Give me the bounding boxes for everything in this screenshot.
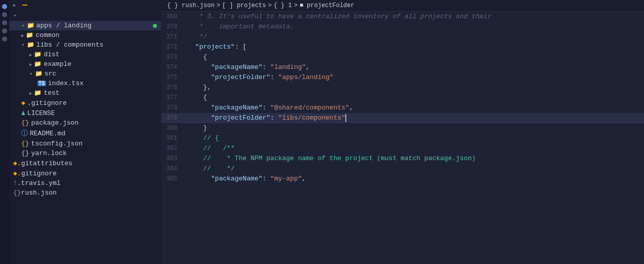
line-number-382: 382 <box>161 143 185 154</box>
line-number-376: 376 <box>161 83 185 93</box>
line-content-378: "packageName": "@shared/components", <box>185 103 644 113</box>
breadcrumb-bar: { } rush.json > [ ] projects > { } 1 > ■… <box>161 0 644 12</box>
breadcrumb-part-1: [ ] projects <box>222 2 266 9</box>
tree-item-gitattributes[interactable]: ◆.gitattributes <box>9 158 161 168</box>
line-content-374: "packageName": "landing", <box>185 62 644 72</box>
line-number-369: 369 <box>161 12 185 22</box>
activity-debug[interactable] <box>2 28 7 33</box>
open-editors-header[interactable] <box>9 0 161 10</box>
tree-item-apps-landing[interactable]: 📁apps / landing <box>9 21 161 30</box>
activity-files[interactable] <box>2 4 7 9</box>
chevron-common <box>21 31 24 39</box>
icon-gitattributes: ◆ <box>13 160 17 167</box>
line-number-374: 374 <box>161 62 185 72</box>
code-line-376: 376 }, <box>161 83 644 93</box>
code-editor[interactable]: 369 * 3. It's useful to have a centraliz… <box>161 12 644 264</box>
icon-tsconfig-json: {} <box>21 140 29 147</box>
label-tsconfig-json: tsconfig.json <box>31 140 83 147</box>
chevron-test <box>29 89 32 97</box>
tree-item-license[interactable]: ♟LICENSE <box>9 108 161 118</box>
label-common: common <box>35 31 59 39</box>
code-line-384: 384 // */ <box>161 164 644 174</box>
line-number-371: 371 <box>161 32 185 42</box>
label-libs-components: libs / components <box>36 41 104 49</box>
label-travis-yml: .travis.yml <box>17 179 61 187</box>
line-number-370: 370 <box>161 22 185 32</box>
code-line-378: 378 "packageName": "@shared/components", <box>161 103 644 113</box>
line-content-371: */ <box>185 32 644 42</box>
tree-item-index-tsx[interactable]: TSindex.tsx <box>9 79 161 88</box>
editor: { } rush.json > [ ] projects > { } 1 > ■… <box>161 0 644 264</box>
code-line-370: 370 * important metadata. <box>161 22 644 32</box>
code-line-369: 369 * 3. It's useful to have a centraliz… <box>161 12 644 22</box>
icon-src: 📁 <box>35 70 43 78</box>
line-number-381: 381 <box>161 133 185 143</box>
line-number-384: 384 <box>161 164 185 174</box>
label-license: LICENSE <box>27 109 55 117</box>
line-number-373: 373 <box>161 52 185 62</box>
activity-git[interactable] <box>2 20 7 25</box>
breadcrumb-part-3: ■ projectFolder <box>300 2 354 9</box>
line-content-383: // * The NPM package name of the project… <box>185 154 644 164</box>
chevron-example <box>29 60 32 68</box>
code-line-373: 373 { <box>161 52 644 62</box>
icon-common: 📁 <box>26 31 33 39</box>
chevron-libs-components <box>21 41 25 49</box>
icon-license: ♟ <box>21 109 25 117</box>
chevron-dist <box>29 51 32 58</box>
tree-item-common[interactable]: 📁common <box>9 30 161 40</box>
code-line-377: 377 { <box>161 93 644 103</box>
icon-gitignore2: ◆ <box>13 170 17 177</box>
label-index-tsx: index.tsx <box>48 80 84 87</box>
tree-item-yarn-lock[interactable]: {}yarn.lock <box>9 148 161 158</box>
tree-item-src[interactable]: 📁src <box>9 69 161 79</box>
repo-header[interactable] <box>9 10 161 21</box>
line-content-382: // /** <box>185 143 644 154</box>
line-number-375: 375 <box>161 72 185 83</box>
code-line-374: 374 "packageName": "landing", <box>161 62 644 72</box>
line-content-375: "projectFolder": "apps/landing" <box>185 72 644 83</box>
tree-item-travis-yml[interactable]: !.travis.yml <box>9 178 161 188</box>
activity-extensions[interactable] <box>2 36 7 42</box>
tree-item-example[interactable]: 📁example <box>9 59 161 69</box>
line-number-383: 383 <box>161 154 185 164</box>
line-number-378: 378 <box>161 103 185 113</box>
label-src: src <box>45 70 56 78</box>
line-content-385: "packageName": "my-app", <box>185 174 644 184</box>
code-line-371: 371 */ <box>161 32 644 42</box>
tree-item-libs-components[interactable]: 📁libs / components <box>9 40 161 50</box>
breadcrumb-sep-1: > <box>268 2 271 9</box>
breadcrumb-sep-2: > <box>294 2 297 9</box>
tree-item-test[interactable]: 📁test <box>9 88 161 98</box>
tree-item-package-json[interactable]: {}package.json <box>9 118 161 128</box>
line-number-377: 377 <box>161 93 185 103</box>
icon-package-json: {} <box>21 119 29 127</box>
line-content-380: } <box>185 123 644 133</box>
label-gitattributes: .gitattributes <box>17 160 72 167</box>
line-content-372: "projects": [ <box>185 42 644 52</box>
line-number-380: 380 <box>161 123 185 133</box>
label-package-json: package.json <box>31 119 79 127</box>
icon-index-tsx: TS <box>37 80 46 87</box>
modified-dot-apps-landing <box>153 24 157 28</box>
line-number-372: 372 <box>161 42 185 52</box>
tree-item-gitignore[interactable]: ◆.gitignore <box>9 98 161 108</box>
activity-bar <box>0 0 9 264</box>
line-content-373: { <box>185 52 644 62</box>
line-content-384: // */ <box>185 164 644 174</box>
tree-item-dist[interactable]: 📁dist <box>9 50 161 59</box>
tree-item-gitignore2[interactable]: ◆.gitignore <box>9 168 161 178</box>
label-readme-md: README.md <box>30 130 65 137</box>
activity-search[interactable] <box>2 12 7 17</box>
icon-rush-json: {} <box>13 189 21 197</box>
code-line-382: 382 // /** <box>161 143 644 154</box>
file-tree: 📁apps / landing📁common📁libs / components… <box>9 21 161 198</box>
icon-apps-landing: 📁 <box>27 22 34 29</box>
label-dist: dist <box>44 51 59 58</box>
tree-item-rush-json[interactable]: {}rush.json <box>9 188 161 198</box>
breadcrumb-part-2: { } 1 <box>273 2 292 9</box>
chevron-apps-landing <box>21 22 25 29</box>
tree-item-tsconfig-json[interactable]: {}tsconfig.json <box>9 139 161 148</box>
tree-item-readme-md[interactable]: ⓘREADME.md <box>9 128 161 139</box>
line-content-376: }, <box>185 83 644 93</box>
